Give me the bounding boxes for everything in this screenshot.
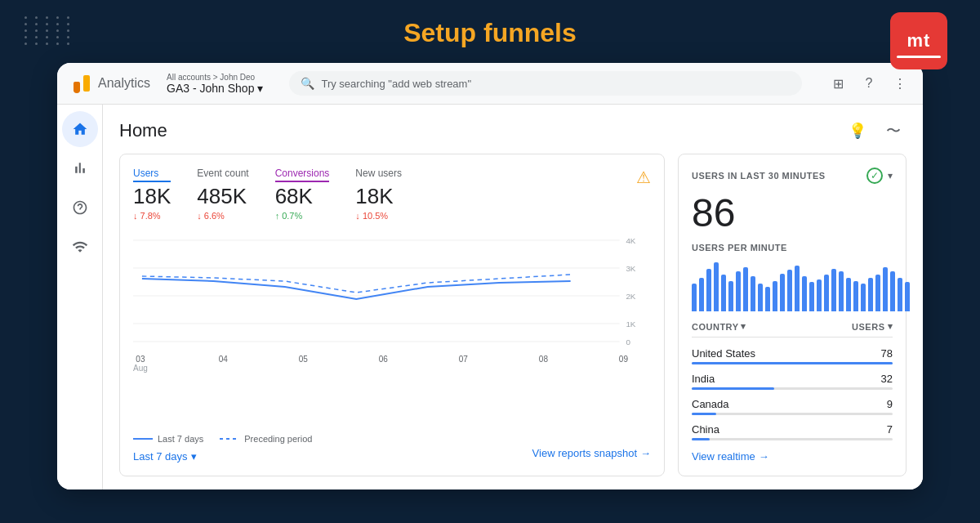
svg-text:4K: 4K <box>626 236 636 245</box>
metric-conversions: Conversions 68K ↑ 0.7% <box>275 168 330 221</box>
legend-line-solid <box>133 438 153 440</box>
legend-dashed: Preceding period <box>220 434 312 444</box>
country-name: Canada <box>692 398 729 410</box>
metric-value-new-users: 18K <box>355 184 402 209</box>
metric-value-conversions: 68K <box>275 184 330 209</box>
dashboard-body: Users 18K ↓ 7.8% Event count 485K ↓ 6.6%… <box>119 154 906 476</box>
grid-icon[interactable]: ⊞ <box>828 74 848 93</box>
bar-item <box>802 276 807 312</box>
page-header: Setup funnels mt <box>0 0 980 63</box>
bar-item <box>736 271 741 311</box>
bar-item <box>758 284 763 311</box>
bar-item <box>765 287 770 311</box>
trend-icon[interactable]: 〜 <box>880 118 906 144</box>
x-label-05: 05 <box>299 355 308 373</box>
bar-item <box>773 281 777 312</box>
bar-item <box>743 267 748 311</box>
country-bar-fill <box>692 387 774 390</box>
metric-label-events: Event count <box>197 168 248 182</box>
svg-text:3K: 3K <box>626 264 636 273</box>
account-name[interactable]: GA3 - John Shop ▾ <box>167 82 263 95</box>
bar-item <box>795 266 800 311</box>
country-column-label[interactable]: COUNTRY ▾ <box>692 321 746 332</box>
sidebar-item-explore[interactable] <box>62 190 98 226</box>
sidebar <box>57 105 103 489</box>
bar-item <box>883 267 888 311</box>
realtime-status: ✓ ▾ <box>866 168 893 184</box>
legend-solid: Last 7 days <box>133 434 203 444</box>
legend-line-dashed <box>220 438 239 440</box>
bar-item <box>824 275 829 311</box>
x-label-03: 03Aug <box>133 355 148 373</box>
realtime-count: 86 <box>692 194 893 233</box>
x-label-04: 04 <box>219 355 228 373</box>
country-bar-fill <box>692 362 893 364</box>
status-dropdown[interactable]: ▾ <box>888 170 893 181</box>
bar-item <box>839 271 844 311</box>
x-label-08: 08 <box>539 355 548 373</box>
metric-label-new-users: New users <box>355 168 402 182</box>
bar-item <box>714 262 719 311</box>
bar-item <box>728 281 733 312</box>
metric-change-events: ↓ 6.6% <box>197 211 248 221</box>
bottom-row: Last 7 days ▾ View reports snapshot → <box>133 444 651 463</box>
bar-item <box>831 269 836 312</box>
metric-change-new-users: ↓ 10.5% <box>355 211 402 221</box>
bar-item <box>809 282 814 311</box>
sidebar-item-home[interactable] <box>62 111 98 147</box>
bar-item <box>751 276 755 312</box>
page-title: Setup funnels <box>403 18 577 48</box>
bar-item <box>787 270 792 311</box>
bar-item <box>861 284 866 311</box>
top-bar: Analytics All accounts > John Deo GA3 - … <box>57 63 923 105</box>
more-icon[interactable]: ⋮ <box>890 74 910 93</box>
svg-point-2 <box>74 87 80 93</box>
country-users: 9 <box>887 398 893 410</box>
country-name: India <box>692 373 715 385</box>
line-chart: 4K 3K 2K 1K 0 <box>133 234 651 348</box>
realtime-label: USERS IN LAST 30 MINUTES <box>692 171 826 181</box>
bar-item <box>692 284 697 311</box>
country-row: India 32 <box>692 373 893 390</box>
users-column-label[interactable]: USERS ▾ <box>852 321 893 332</box>
lightbulb-icon[interactable]: 💡 <box>844 118 871 144</box>
bar-item <box>846 278 851 311</box>
dashboard-actions: 💡 〜 <box>844 118 906 144</box>
bar-item <box>853 281 858 312</box>
date-filter[interactable]: Last 7 days ▾ <box>133 450 197 463</box>
view-reports-button[interactable]: View reports snapshot → <box>532 447 651 459</box>
help-icon[interactable]: ? <box>859 74 879 93</box>
chevron-down-icon: ▾ <box>191 450 197 463</box>
metric-label-users: Users <box>133 168 171 182</box>
dots-decoration-right: for(let i=0;i<25;i++) document.currentSc… <box>784 429 833 458</box>
country-rows: United States 78 India 32 Canada 9 China… <box>692 347 893 440</box>
metric-change-conversions: ↑ 0.7% <box>275 211 330 221</box>
logo-underline <box>897 56 941 58</box>
metrics-row: Users 18K ↓ 7.8% Event count 485K ↓ 6.6%… <box>133 168 651 221</box>
bar-item <box>721 275 726 311</box>
left-panel: Users 18K ↓ 7.8% Event count 485K ↓ 6.6%… <box>119 154 665 476</box>
x-label-09: 09 <box>619 355 628 373</box>
search-icon: 🔍 <box>301 77 314 90</box>
arrow-right-icon: → <box>759 450 769 463</box>
search-bar[interactable]: 🔍 Try searching "add web stream" <box>289 71 802 96</box>
status-circle-icon: ✓ <box>866 168 883 184</box>
bar-item <box>699 278 704 311</box>
metric-value-users: 18K <box>133 184 171 209</box>
bar-item <box>898 278 902 311</box>
ga-icon <box>70 72 93 95</box>
chevron-down-icon: ▾ <box>888 321 893 332</box>
bar-item <box>875 275 880 311</box>
metric-new-users: New users 18K ↓ 10.5% <box>355 168 402 221</box>
svg-text:1K: 1K <box>626 320 636 329</box>
sidebar-item-realtime[interactable] <box>62 229 98 265</box>
country-row: United States 78 <box>692 347 893 364</box>
search-placeholder: Try searching "add web stream" <box>321 78 471 90</box>
country-bar-bg <box>692 387 893 390</box>
x-label-06: 06 <box>379 355 388 373</box>
bar-item <box>706 269 711 312</box>
sidebar-item-reports[interactable] <box>62 150 98 186</box>
mt-logo: mt <box>890 12 947 69</box>
bar-item <box>868 278 873 311</box>
realtime-header: USERS IN LAST 30 MINUTES ✓ ▾ <box>692 168 893 184</box>
